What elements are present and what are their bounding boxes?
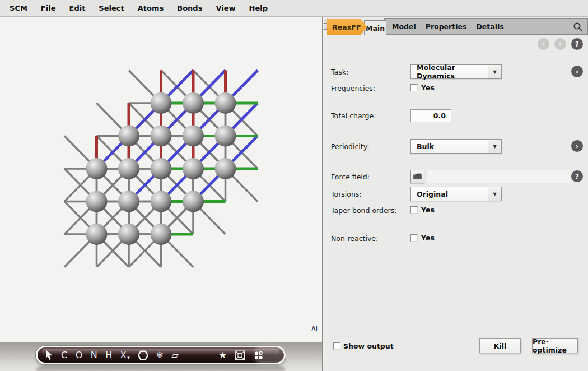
torsions-select[interactable]: Original ▼: [410, 187, 502, 201]
al-atom[interactable]: [215, 92, 236, 114]
menubar: SCMFileEditSelectAtomsBondsViewHelp: [0, 0, 588, 17]
menu-scm[interactable]: SCM: [4, 2, 32, 15]
al-atom[interactable]: [151, 191, 172, 212]
toolbar-reflection: [36, 367, 286, 371]
folder-icon: [413, 173, 422, 180]
torsions-label: Torsions:: [331, 190, 362, 198]
taper-checkbox[interactable]: [410, 206, 418, 214]
non-reactive-label: Non-reactive:: [331, 234, 378, 243]
hexagon-icon: [138, 350, 148, 360]
element-c[interactable]: C: [61, 347, 68, 363]
periodicity-label: Periodicity:: [331, 142, 369, 151]
history-back-icon[interactable]: ‹: [538, 38, 549, 50]
optimize-tool[interactable]: ❄: [156, 347, 164, 363]
al-atom[interactable]: [86, 158, 108, 179]
menu-file[interactable]: File: [36, 2, 61, 15]
show-output-checkbox[interactable]: [333, 342, 340, 350]
al-atom[interactable]: [183, 126, 204, 147]
element-h[interactable]: H: [105, 347, 113, 363]
al-atom[interactable]: [215, 126, 236, 147]
tab-details[interactable]: Details: [476, 22, 503, 31]
molecule-viewport[interactable]: Al CONHX▾❄▱★: [0, 17, 323, 371]
al-atom[interactable]: [183, 158, 204, 179]
al-atom[interactable]: [118, 158, 139, 179]
al-atom[interactable]: [183, 92, 204, 114]
tab-properties[interactable]: Properties: [426, 22, 467, 31]
element-x[interactable]: X▾: [120, 347, 130, 363]
element-dropdown-icon[interactable]: ▾: [127, 355, 130, 360]
al-atom[interactable]: [151, 92, 172, 114]
dropdown-arrow-icon[interactable]: ▼: [488, 187, 501, 201]
al-atom[interactable]: [118, 126, 139, 147]
reaxff-badge[interactable]: ReaxFF: [327, 19, 367, 35]
dropdown-arrow-icon[interactable]: ▼: [488, 65, 501, 78]
plane-tool[interactable]: ▱: [171, 347, 178, 363]
total-charge-label: Total charge:: [331, 112, 376, 120]
non-reactive-yes-label: Yes: [421, 234, 435, 242]
al-atom[interactable]: [151, 224, 172, 245]
element-h-label: H: [105, 350, 113, 360]
force-field-label: Force field:: [331, 173, 370, 181]
builder-toolbar: CONHX▾❄▱★: [36, 346, 286, 364]
application-window: { "menubar": { "items": [ {"label": "SCM…: [0, 0, 588, 371]
dots-icon: [253, 350, 264, 360]
search-icon[interactable]: [573, 22, 583, 32]
force-field-input[interactable]: [427, 170, 570, 183]
al-atom[interactable]: [118, 191, 139, 212]
frequencies-checkbox[interactable]: [410, 84, 418, 91]
frame-icon: [235, 350, 245, 360]
tab-main[interactable]: Main: [364, 20, 386, 35]
tabbar: Model Properties Details: [384, 18, 588, 35]
favorites-tool[interactable]: ★: [218, 347, 226, 363]
sash-handle[interactable]: [323, 25, 328, 30]
panel-help-icon[interactable]: ?: [571, 38, 583, 50]
element-o[interactable]: O: [76, 347, 83, 363]
taper-bond-orders-label: Taper bond orders:: [331, 206, 396, 215]
task-detail-icon[interactable]: ›: [571, 66, 583, 77]
task-label: Task:: [331, 68, 348, 76]
element-o-label: O: [76, 350, 83, 360]
task-select[interactable]: Molecular Dynamics ▼: [410, 64, 502, 79]
al-atom[interactable]: [215, 158, 236, 179]
crystal-structure[interactable]: [0, 17, 323, 371]
element-c-label: C: [61, 350, 68, 360]
al-atom[interactable]: [151, 126, 172, 147]
dropdown-arrow-icon[interactable]: ▼: [488, 140, 501, 153]
frequencies-yes-label: Yes: [421, 84, 435, 92]
menu-edit[interactable]: Edit: [64, 2, 90, 15]
total-charge-input[interactable]: [410, 109, 451, 122]
non-reactive-checkbox[interactable]: [410, 234, 418, 242]
menu-help[interactable]: Help: [244, 2, 273, 15]
al-atom[interactable]: [183, 191, 204, 212]
al-atom[interactable]: [86, 191, 108, 212]
al-atom[interactable]: [151, 158, 172, 179]
reaxff-panel: Model Properties Details Main ReaxFF ‹ ›…: [329, 17, 588, 371]
history-forward-icon[interactable]: ›: [554, 38, 566, 50]
force-field-browse-button[interactable]: [410, 170, 424, 183]
cursor-icon: [45, 350, 53, 360]
viewbox-tool[interactable]: [235, 347, 245, 363]
pointer-tool[interactable]: [45, 347, 53, 363]
pane-splitter[interactable]: [323, 17, 329, 371]
tab-model[interactable]: Model: [392, 22, 416, 31]
menu-select[interactable]: Select: [94, 2, 129, 15]
ring-tool[interactable]: [138, 347, 148, 363]
element-n[interactable]: N: [91, 347, 97, 363]
optimize-tool-icon: ❄: [156, 351, 164, 360]
frequencies-label: Frequencies:: [331, 84, 375, 92]
display-mode-tool[interactable]: [253, 347, 264, 363]
periodicity-detail-icon[interactable]: ›: [571, 140, 583, 152]
pre-optimize-button[interactable]: Pre-optimize: [532, 338, 578, 353]
plane-tool-icon: ▱: [171, 351, 178, 360]
kill-button[interactable]: Kill: [479, 338, 521, 353]
al-atom[interactable]: [118, 224, 139, 245]
menu-bonds[interactable]: Bonds: [172, 2, 207, 15]
element-n-label: N: [91, 350, 97, 360]
element-x-label: X: [120, 350, 127, 360]
periodicity-select[interactable]: Bulk ▼: [410, 139, 502, 154]
menu-view[interactable]: View: [211, 2, 240, 15]
force-field-help-icon[interactable]: ?: [571, 170, 583, 182]
menu-atoms[interactable]: Atoms: [133, 2, 169, 15]
sash-handle[interactable]: [323, 18, 328, 24]
al-atom[interactable]: [86, 224, 108, 245]
